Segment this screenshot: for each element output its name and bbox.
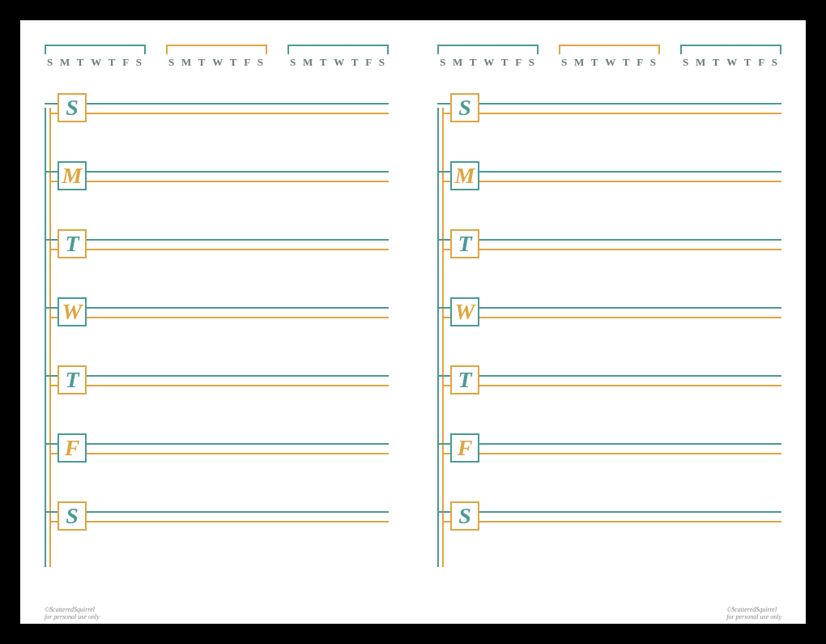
day-letter: W [455,299,475,325]
day-box: T [450,365,479,395]
day-letter: M [62,163,83,189]
day-abbr: S [258,56,265,69]
day-letter: S [458,503,471,529]
day-row: M [437,160,781,192]
day-letter: M [455,163,475,189]
day-abbr: T [109,56,117,69]
hline-teal [437,307,781,309]
hline-amber [49,113,389,114]
day-letter: S [66,95,79,121]
day-box: S [450,93,479,122]
day-abbr: T [744,56,753,69]
day-abbr: W [483,56,496,69]
mini-calendars-row: S M T W T F S S M T W T F S [45,45,389,69]
hline-amber [49,453,389,454]
day-row: S [437,92,781,124]
hline-amber [49,317,389,318]
day-abbr: M [303,56,314,69]
day-abbr: T [591,56,600,69]
day-row: F [437,432,781,464]
day-abbr: T [351,56,360,69]
day-letter: W [62,299,83,325]
week-grid: SMTWTFS [437,92,781,574]
day-abbr: T [470,56,479,69]
hline-teal [45,443,389,445]
day-abbr: F [515,56,523,69]
hline-teal [45,307,389,309]
day-box: T [57,365,87,395]
day-abbr: M [453,56,464,69]
mini-calendars-row: S M T W T F S S M T W T F S [437,45,781,69]
day-row: W [437,296,781,328]
day-box: S [57,93,87,122]
day-abbr: M [574,56,585,69]
mini-cal-header [45,45,146,54]
day-abbr: S [683,56,690,69]
day-row: M [45,160,389,192]
day-box: F [450,433,479,463]
day-box: M [450,161,479,190]
day-box: T [450,229,479,258]
mini-cal-days: S M T W T F S [166,54,267,69]
day-abbr: S [772,56,779,69]
planner-sheet: S M T W T F S S M T W T F S [20,20,806,624]
day-letter: T [65,367,79,393]
day-abbr: F [758,56,766,69]
week-grid: SMTWTFS [45,92,389,574]
day-abbr: S [440,56,447,69]
mini-cal-header [287,45,389,54]
day-row: T [45,364,389,396]
day-letter: T [65,231,79,257]
day-box: S [57,501,87,531]
day-box: M [57,161,87,190]
day-box: W [450,297,479,326]
mini-cal-days: S M T W T F S [559,54,660,69]
day-abbr: M [696,56,707,69]
mini-calendar-2: S M T W T F S [166,45,267,69]
day-abbr: W [605,56,617,69]
day-abbr: S [650,56,658,69]
day-abbr: T [77,56,86,69]
hline-teal [437,171,781,173]
day-abbr: S [136,56,143,69]
hline-amber [442,385,781,386]
hline-teal [437,375,781,377]
hline-teal [437,511,781,513]
mini-cal-days: S M T W T F S [680,54,781,69]
hline-amber [442,113,781,114]
day-abbr: M [60,56,71,69]
mini-calendar-3: S M T W T F S [680,45,781,69]
day-box: T [57,229,87,258]
day-letter: S [66,503,79,529]
planner-page-left: S M T W T F S S M T W T F S [20,20,413,624]
mini-cal-days: S M T W T F S [45,54,146,69]
credit-text: ©ScatteredSquirrel for personal use only [45,606,100,621]
day-box: S [450,501,479,531]
hline-amber [442,521,781,522]
day-abbr: T [198,56,207,69]
hline-amber [442,181,781,182]
hline-teal [45,511,389,513]
credit-sub: for personal use only [45,613,100,621]
day-abbr: F [122,56,130,69]
mini-cal-header [559,45,660,54]
mini-cal-days: S M T W T F S [437,54,539,69]
hline-amber [442,317,781,318]
day-row: S [45,500,389,532]
day-abbr: F [365,56,373,69]
day-abbr: T [230,56,239,69]
mini-calendar-1: S M T W T F S [437,45,539,69]
hline-teal [45,171,389,173]
day-letter: T [458,367,471,393]
day-letter: F [458,435,473,461]
day-letter: F [65,435,80,461]
day-abbr: T [501,56,510,69]
day-letter: S [458,95,471,121]
day-abbr: F [244,56,252,69]
day-box: W [57,297,87,326]
mini-calendar-2: S M T W T F S [559,45,660,69]
day-abbr: S [529,56,536,69]
day-row: T [437,228,781,260]
day-abbr: W [212,56,224,69]
mini-cal-header [437,45,539,54]
